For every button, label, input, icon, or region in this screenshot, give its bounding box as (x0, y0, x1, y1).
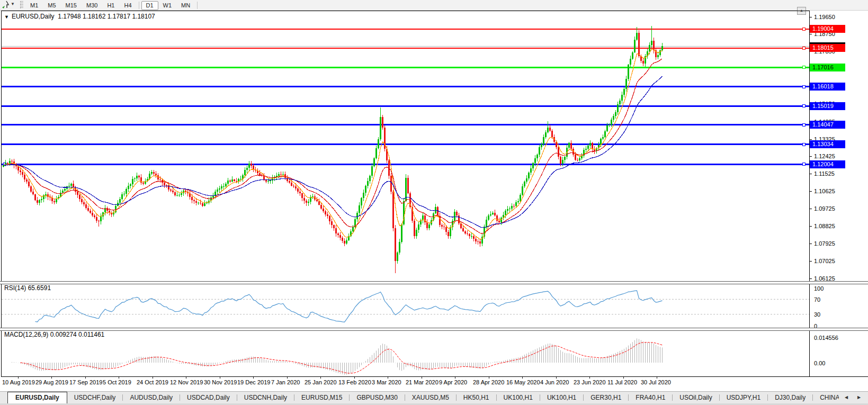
price-tick-label: 1.11525 (814, 170, 835, 177)
date-tick-mark (320, 377, 321, 379)
date-label: 29 Aug 2019 (35, 379, 68, 385)
crosshair-tool-icon[interactable] (1, 1, 10, 11)
date-label: 11 Jul 2020 (607, 379, 637, 385)
tab-GBPUSD-M30[interactable]: GBPUSD,M30 (350, 392, 404, 404)
tab-GER30-H1[interactable]: GER30,H1 (584, 392, 628, 404)
tab-UK100-H1[interactable]: UK100,H1 (540, 392, 583, 404)
tab-EURUSD-Daily[interactable]: EURUSD,Daily (7, 392, 67, 404)
price-tick-mark (810, 226, 812, 227)
toolbar-separator (197, 2, 198, 9)
date-tick-mark (51, 377, 52, 379)
date-tick-mark (153, 377, 153, 379)
tab-DJ30-Daily[interactable]: DJ30,Daily (768, 392, 812, 404)
tab-USDJPY-H1[interactable]: USDJPY,H1 (720, 392, 767, 404)
date-label: 16 May 2020 (506, 379, 540, 385)
hlines-layer[interactable] (2, 28, 809, 166)
triangle-down-icon[interactable]: ▼ (4, 14, 9, 20)
rsi-axis-label-100: 100 (814, 285, 824, 292)
rsi-canvas[interactable] (2, 284, 809, 328)
mid-ma-line (4, 59, 663, 234)
main-chart-canvas[interactable] (2, 11, 809, 282)
timeframe-button-M30[interactable]: M30 (82, 1, 102, 10)
date-label: 10 Aug 2019 (2, 379, 35, 385)
tab-AUDUSD-Daily[interactable]: AUDUSD,Daily (123, 392, 180, 404)
price-tick-mark (810, 261, 812, 262)
date-tick-mark (119, 377, 119, 379)
hline-right-marker[interactable] (802, 66, 805, 69)
timeframe-button-D1[interactable]: D1 (141, 1, 158, 10)
macd-canvas[interactable] (2, 330, 809, 376)
date-axis[interactable]: 10 Aug 201929 Aug 201917 Sep 20195 Oct 2… (0, 377, 868, 390)
price-badge-1.14047: 1.14047 (810, 121, 845, 129)
timeframe-button-MN[interactable]: MN (176, 1, 195, 10)
date-tick-mark (220, 377, 220, 379)
date-tick-mark (85, 377, 86, 379)
hline-right-marker[interactable] (802, 28, 805, 30)
hline-right-marker[interactable] (802, 143, 805, 146)
tab-CHINA300-H4[interactable]: CHINA300,H4 (813, 392, 839, 404)
date-label: 24 Oct 2019 (137, 379, 168, 385)
chart-tab-bar: EURUSD,DailyUSDCHF,DailyAUDUSD,DailyUSDC… (0, 391, 868, 404)
price-badge-1.16018: 1.16018 (810, 83, 845, 91)
tab-USDCNH-Daily[interactable]: USDCNH,Daily (237, 392, 294, 404)
chart-frame-top (1, 11, 809, 11)
price-tick-label: 1.08825 (814, 222, 835, 230)
chart-frame-right (809, 11, 810, 377)
price-tick-mark (810, 244, 812, 244)
mt4-window: ▼ M1M5M15M30H1H4D1W1MN ▼EURUSD,Daily 1.1… (0, 0, 868, 405)
slow-ma-line (4, 76, 663, 228)
date-tick-mark (354, 377, 355, 379)
date-label: 9 Apr 2020 (439, 379, 467, 385)
price-tick-label: 1.10625 (814, 187, 835, 195)
tab-HK50-H1[interactable]: HK50,H1 (457, 392, 496, 404)
date-label: 30 Nov 2019 (204, 379, 237, 385)
chart-symbol-label: EURUSD,Daily (12, 13, 55, 20)
tab-UK100-H1[interactable]: UK100,H1 (497, 392, 540, 404)
date-tick-mark (489, 377, 489, 379)
toolbar-separator (139, 2, 139, 9)
timeframe-button-H4[interactable]: H4 (119, 1, 136, 10)
date-tick-mark (186, 377, 186, 379)
hline-right-marker[interactable] (802, 123, 805, 126)
timeframe-button-M5[interactable]: M5 (43, 1, 60, 10)
price-tick-mark (810, 34, 812, 34)
date-label: 17 Sep 2019 (69, 379, 102, 385)
date-tick-mark (657, 377, 657, 379)
timeframe-button-W1[interactable]: W1 (158, 1, 177, 10)
rsi-axis-label-30: 30 (814, 311, 820, 318)
hline-right-marker[interactable] (802, 105, 805, 107)
timeframe-button-M1[interactable]: M1 (25, 1, 43, 10)
tab-EURUSD-M15[interactable]: EURUSD,M15 (294, 392, 349, 404)
candles-layer (3, 26, 663, 274)
date-label: 23 Jun 2020 (574, 379, 606, 385)
price-axis[interactable]: 1.196501.187501.178501.169501.160501.151… (810, 11, 868, 377)
price-tick-label: 1.07025 (814, 257, 835, 265)
price-tick-mark (810, 278, 812, 279)
macd-axis-label-0.014556: 0.014556 (814, 334, 838, 341)
date-label: 7 Jan 2020 (271, 379, 300, 385)
hline-right-marker[interactable] (802, 85, 805, 88)
tab-scroll-right-button[interactable]: ▶ (854, 393, 864, 402)
tabs-container: EURUSD,DailyUSDCHF,DailyAUDUSD,DailyUSDC… (0, 392, 839, 404)
date-label: 3 Mar 2020 (372, 379, 401, 385)
date-label: 28 Apr 2020 (473, 379, 504, 385)
tab-FRA40-H1[interactable]: FRA40,H1 (629, 392, 672, 404)
timeframe-button-M15[interactable]: M15 (61, 1, 82, 10)
date-tick-mark (287, 377, 288, 379)
date-tick-mark (522, 377, 523, 379)
price-tick-label: 1.19650 (814, 13, 835, 21)
chevron-down-icon[interactable]: ▼ (11, 2, 15, 6)
tab-USOil-Daily[interactable]: USOil,Daily (673, 392, 719, 404)
timeframe-button-H1[interactable]: H1 (102, 1, 119, 10)
hline-right-marker[interactable] (802, 163, 805, 166)
tab-USDCAD-Daily[interactable]: USDCAD,Daily (180, 392, 237, 404)
rsi-line (35, 291, 663, 322)
tab-XAUUSD-M5[interactable]: XAUUSD,M5 (405, 392, 456, 404)
rsi-axis-label-70: 70 (814, 296, 820, 303)
date-label: 5 Oct 2019 (103, 379, 131, 385)
hline-right-marker[interactable] (802, 47, 805, 49)
tab-scroll-left-button[interactable]: ◀ (841, 393, 852, 402)
tab-USDCHF-Daily[interactable]: USDCHF,Daily (67, 392, 123, 404)
toolbar-grip[interactable] (20, 1, 23, 8)
date-tick-mark (556, 377, 557, 379)
